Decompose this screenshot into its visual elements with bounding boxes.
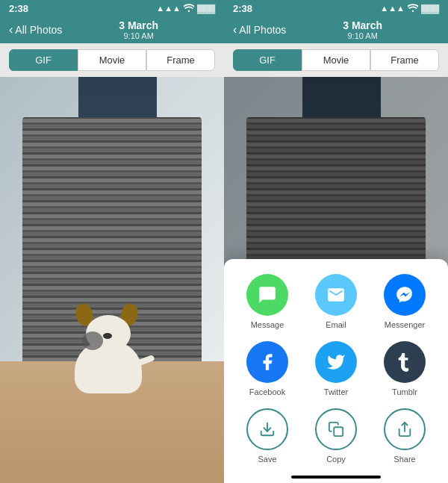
status-bar-right: 2:38 ▲▲▲ ▓▓▓ — [224, 0, 448, 16]
segment-movie-right[interactable]: Movie — [302, 49, 370, 71]
share-item-facebook[interactable]: Facebook — [246, 341, 288, 396]
segment-bar-right: GIF Movie Frame — [224, 43, 448, 77]
twitter-label: Twitter — [324, 387, 348, 396]
dog-nose — [103, 333, 112, 339]
share-item-email[interactable]: Email — [315, 274, 357, 329]
chevron-icon-left: ‹ — [9, 23, 13, 37]
status-icons-right: ▲▲▲ ▓▓▓ — [380, 3, 439, 13]
share-item-twitter[interactable]: Twitter — [315, 341, 357, 396]
email-label: Email — [326, 320, 346, 329]
dog-patch — [82, 331, 103, 350]
back-label-right: All Photos — [239, 24, 286, 36]
status-icons-left: ▲▲▲ ▓▓▓ — [156, 3, 215, 13]
wifi-icon — [184, 3, 194, 13]
nav-bar-left: ‹ All Photos 3 March 9:10 AM — [0, 16, 224, 43]
segment-gif-right[interactable]: GIF — [233, 49, 302, 71]
save-label: Save — [258, 455, 276, 464]
nav-time-left: 9:10 AM — [62, 31, 215, 40]
segment-bar-left: GIF Movie Frame — [0, 43, 224, 77]
share-item-messenger[interactable]: Messenger — [384, 274, 426, 329]
segment-gif-left[interactable]: GIF — [9, 49, 78, 71]
share-item-copy[interactable]: Copy — [315, 408, 357, 464]
status-time-right: 2:38 — [233, 3, 252, 14]
messenger-icon — [384, 274, 426, 316]
share-icon — [384, 408, 426, 450]
tumblr-icon — [384, 341, 426, 383]
dog-scene-left — [0, 77, 224, 483]
right-panel: 2:38 ▲▲▲ ▓▓▓ ‹ All Photos 3 March 9:10 A… — [224, 0, 448, 483]
segment-movie-left[interactable]: Movie — [78, 49, 146, 71]
share-row-3: Save Copy S — [233, 408, 439, 464]
segment-frame-right[interactable]: Frame — [370, 49, 439, 71]
status-bar-left: 2:38 ▲▲▲ ▓▓▓ — [0, 0, 224, 16]
share-item-tumblr[interactable]: Tumblr — [384, 341, 426, 396]
share-item-share[interactable]: Share — [384, 408, 426, 464]
message-label: Message — [251, 320, 284, 329]
facebook-label: Facebook — [249, 387, 285, 396]
nav-date-left: 3 March — [62, 19, 215, 31]
left-panel: 2:38 ▲▲▲ ▓▓▓ ‹ All Photos 3 March 9:10 A… — [0, 0, 224, 483]
share-label: Share — [393, 455, 415, 464]
battery-icon-right: ▓▓▓ — [421, 4, 439, 13]
status-time-left: 2:38 — [9, 3, 28, 14]
nav-bar-right: ‹ All Photos 3 March 9:10 AM — [224, 16, 448, 43]
twitter-icon — [315, 341, 357, 383]
back-label-left: All Photos — [15, 24, 62, 36]
share-item-message[interactable]: Message — [246, 274, 288, 329]
copy-label: Copy — [326, 455, 346, 464]
segment-frame-left[interactable]: Frame — [146, 49, 215, 71]
signal-icon: ▲▲▲ — [156, 4, 181, 13]
battery-icon: ▓▓▓ — [197, 4, 215, 13]
nav-title-right: 3 March 9:10 AM — [286, 19, 439, 40]
message-icon — [246, 274, 288, 316]
tumblr-label: Tumblr — [392, 387, 417, 396]
email-icon — [315, 274, 357, 316]
share-item-save[interactable]: Save — [246, 408, 288, 464]
save-icon — [246, 408, 288, 450]
nav-time-right: 9:10 AM — [286, 31, 439, 40]
facebook-icon — [246, 341, 288, 383]
photo-area-left — [0, 77, 224, 483]
back-button-right[interactable]: ‹ All Photos — [233, 23, 286, 37]
nav-date-right: 3 March — [286, 19, 439, 31]
home-indicator — [291, 476, 381, 479]
signal-icon-right: ▲▲▲ — [380, 4, 405, 13]
wifi-icon-right — [408, 3, 418, 13]
copy-icon — [315, 408, 357, 450]
dog-figure — [67, 289, 157, 393]
back-button-left[interactable]: ‹ All Photos — [9, 23, 62, 37]
chevron-icon-right: ‹ — [233, 23, 237, 37]
svg-rect-1 — [334, 427, 343, 436]
messenger-label: Messenger — [385, 320, 425, 329]
nav-title-left: 3 March 9:10 AM — [62, 19, 215, 40]
share-sheet: Message Email Messenger — [224, 259, 448, 483]
share-row-2: Facebook Twitter Tumblr — [233, 341, 439, 396]
share-row-1: Message Email Messenger — [233, 274, 439, 329]
